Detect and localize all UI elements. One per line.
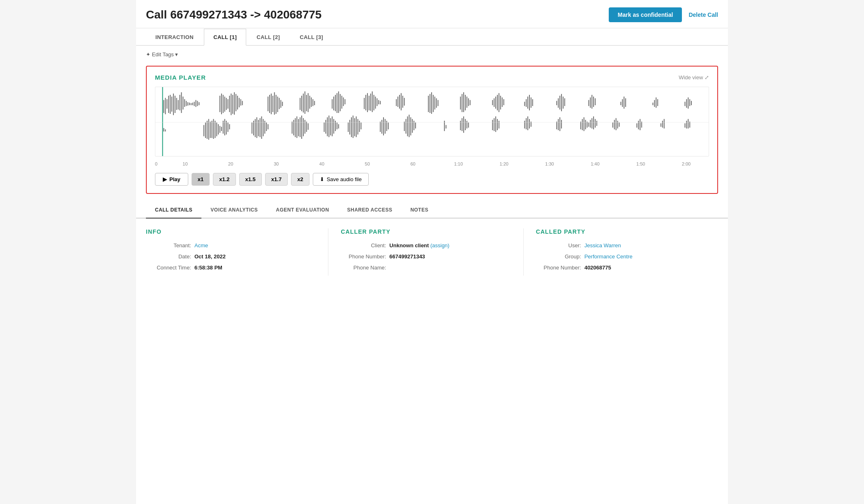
- info-row-connect-time: Connect Time: 6:58:38 PM: [146, 265, 316, 271]
- svg-rect-257: [686, 121, 687, 129]
- svg-rect-194: [358, 119, 358, 135]
- client-value: Unknown client (assign): [389, 242, 449, 249]
- svg-rect-216: [465, 119, 466, 130]
- svg-rect-160: [258, 120, 259, 136]
- svg-rect-155: [229, 124, 230, 129]
- called-party-title: CALLED PARTY: [536, 228, 706, 235]
- svg-rect-33: [234, 92, 235, 115]
- waveform-container[interactable]: [155, 87, 709, 156]
- svg-rect-255: [664, 119, 665, 129]
- svg-rect-116: [561, 94, 562, 111]
- speed-1.7x-button[interactable]: x1.7: [265, 173, 288, 186]
- svg-rect-135: [689, 99, 690, 106]
- called-group-value[interactable]: Performance Centre: [584, 253, 633, 260]
- svg-rect-51: [303, 94, 304, 113]
- tab-interaction[interactable]: INTERACTION: [146, 29, 203, 46]
- tab-voice-analytics[interactable]: VOICE ANALYTICS: [201, 202, 267, 219]
- svg-rect-61: [335, 95, 336, 111]
- svg-rect-63: [338, 92, 339, 113]
- svg-rect-225: [526, 118, 527, 129]
- tab-call-2[interactable]: CALL [2]: [247, 29, 289, 46]
- speed-1.5x-button[interactable]: x1.5: [239, 173, 262, 186]
- svg-rect-10: [178, 100, 179, 110]
- svg-rect-16: [187, 102, 188, 106]
- svg-rect-105: [502, 97, 503, 107]
- svg-rect-218: [468, 122, 469, 128]
- svg-rect-158: [255, 119, 256, 137]
- svg-rect-35: [237, 96, 238, 110]
- svg-rect-83: [402, 96, 403, 108]
- svg-rect-226: [527, 116, 528, 130]
- svg-rect-73: [372, 92, 373, 112]
- tab-call-details[interactable]: CALL DETAILS: [146, 202, 201, 219]
- tenant-value[interactable]: Acme: [194, 242, 208, 249]
- svg-rect-164: [264, 121, 265, 134]
- delete-call-button[interactable]: Delete Call: [688, 12, 718, 18]
- svg-rect-145: [213, 119, 214, 139]
- svg-rect-169: [295, 118, 296, 137]
- speed-2x-button[interactable]: x2: [291, 173, 309, 186]
- svg-rect-250: [638, 121, 639, 129]
- svg-rect-157: [253, 121, 254, 136]
- speed-1x-button[interactable]: x1: [192, 173, 210, 186]
- svg-rect-230: [558, 119, 559, 130]
- svg-rect-30: [229, 96, 230, 112]
- svg-rect-231: [559, 117, 560, 131]
- wide-view-button[interactable]: Wide view ⤢: [679, 74, 709, 81]
- svg-rect-64: [340, 94, 341, 111]
- tab-agent-evaluation[interactable]: AGENT EVALUATION: [267, 202, 338, 219]
- svg-rect-192: [354, 118, 355, 136]
- download-icon: ⬇: [320, 176, 324, 182]
- svg-rect-258: [688, 119, 688, 129]
- svg-rect-203: [404, 122, 405, 131]
- svg-rect-221: [495, 116, 496, 132]
- assign-link[interactable]: (assign): [430, 242, 449, 249]
- svg-rect-227: [529, 119, 530, 129]
- svg-rect-103: [499, 93, 499, 112]
- tab-notes[interactable]: NOTES: [401, 202, 437, 219]
- svg-rect-151: [223, 121, 224, 134]
- svg-rect-202: [388, 122, 389, 129]
- bottom-tab-bar: CALL DETAILS VOICE ANALYTICS AGENT EVALU…: [136, 202, 728, 219]
- svg-rect-93: [462, 94, 462, 112]
- svg-rect-15: [186, 101, 187, 106]
- svg-rect-217: [467, 121, 467, 129]
- svg-rect-147: [216, 122, 217, 136]
- svg-rect-189: [349, 120, 350, 135]
- svg-rect-34: [236, 94, 236, 111]
- caller-row-phone-name: Phone Name:: [341, 265, 511, 271]
- svg-rect-57: [312, 99, 313, 106]
- svg-rect-188: [348, 122, 349, 132]
- edit-tags-button[interactable]: ✦ Edit Tags ▾: [146, 51, 178, 58]
- svg-rect-196: [360, 122, 361, 129]
- tab-call-3[interactable]: CALL [3]: [290, 29, 333, 46]
- mark-confidential-button[interactable]: Mark as confidential: [609, 7, 682, 22]
- tab-shared-access[interactable]: SHARED ACCESS: [338, 202, 402, 219]
- svg-rect-87: [431, 92, 432, 114]
- called-phone-value: 402068775: [584, 265, 611, 271]
- svg-rect-12: [181, 92, 182, 113]
- svg-rect-186: [337, 122, 337, 129]
- called-user-value[interactable]: Jessica Warren: [584, 242, 621, 249]
- svg-rect-42: [273, 96, 273, 112]
- svg-rect-239: [590, 120, 591, 128]
- svg-rect-104: [500, 96, 501, 110]
- tab-call-1[interactable]: CALL [1]: [204, 29, 246, 46]
- svg-rect-62: [337, 93, 337, 113]
- speed-1.2x-button[interactable]: x1.2: [213, 173, 236, 186]
- svg-rect-162: [261, 116, 262, 139]
- caller-row-phone: Phone Number: 667499271343: [341, 253, 511, 260]
- svg-rect-110: [529, 95, 530, 110]
- svg-rect-108: [526, 99, 527, 107]
- svg-rect-248: [619, 122, 620, 127]
- svg-rect-117: [563, 97, 564, 108]
- svg-rect-24: [219, 96, 220, 112]
- save-audio-button[interactable]: ⬇ Save audio file: [313, 173, 369, 186]
- svg-rect-21: [196, 100, 196, 107]
- info-title: INFO: [146, 228, 316, 235]
- waveform-timeline: 0 10 20 30 40 50 60 1:10 1:20 1:30 1:40 …: [155, 161, 709, 170]
- svg-rect-9: [176, 98, 177, 110]
- play-button[interactable]: ▶ Play: [155, 173, 188, 186]
- svg-rect-72: [370, 94, 371, 111]
- svg-rect-204: [406, 119, 407, 134]
